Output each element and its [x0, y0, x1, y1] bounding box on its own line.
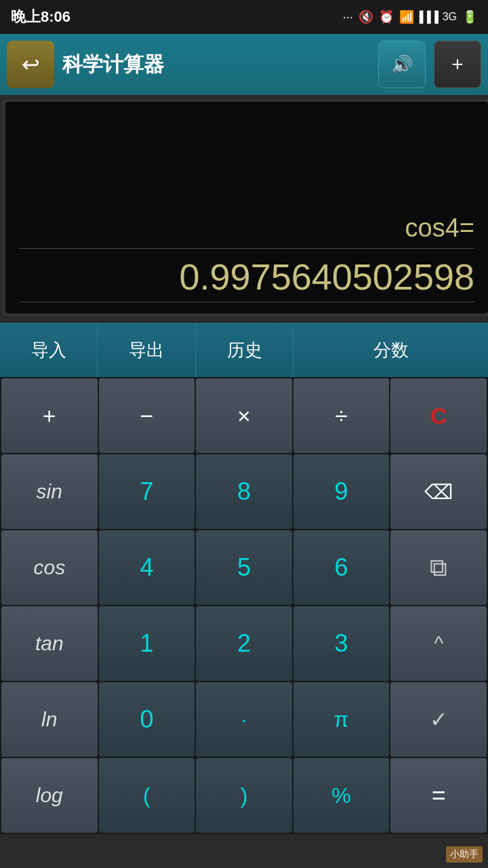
tan-button[interactable]: tan [1, 606, 98, 681]
watermark: 小助手 [446, 846, 483, 863]
sin-button[interactable]: sin [1, 454, 98, 529]
back-button[interactable]: ↩ [7, 41, 54, 88]
divide-operator[interactable]: ÷ [293, 378, 390, 453]
mute-icon: 🔇 [359, 9, 373, 24]
num-7[interactable]: 7 [99, 454, 195, 529]
import-button[interactable]: 导入 [0, 323, 98, 377]
close-paren-button[interactable]: ) [196, 758, 292, 833]
equals-button[interactable]: = [390, 758, 487, 833]
num-3[interactable]: 3 [293, 606, 390, 681]
confirm-button[interactable]: ✓ [390, 682, 487, 757]
num-4[interactable]: 4 [99, 530, 195, 605]
backspace-button[interactable]: ⌫ [390, 454, 487, 529]
history-button[interactable]: 历史 [196, 323, 293, 377]
pi-button[interactable]: π [293, 682, 390, 757]
sound-button[interactable]: 🔊 [378, 41, 426, 88]
power-button[interactable]: ^ [390, 606, 487, 681]
network-icon: ▌▌▌3G [420, 11, 457, 23]
num-8[interactable]: 8 [196, 454, 292, 529]
num-1[interactable]: 1 [99, 606, 195, 681]
clear-button[interactable]: C [390, 378, 487, 453]
copy-icon: ⧉ [430, 553, 447, 582]
multiply-operator[interactable]: × [196, 378, 292, 453]
back-icon: ↩ [22, 52, 40, 77]
fraction-button[interactable]: 分数 [293, 323, 488, 377]
status-time: 晚上8:06 [11, 7, 70, 27]
cos-button[interactable]: cos [1, 530, 98, 605]
sound-icon: 🔊 [391, 54, 413, 75]
button-grid: + − × ÷ C sin 7 8 9 ⌫ cos 4 5 6 ⧉ tan 1 … [0, 377, 488, 834]
num-2[interactable]: 2 [196, 606, 292, 681]
signal-icon: ··· [343, 10, 353, 24]
app-title: 科学计算器 [62, 51, 370, 79]
num-0[interactable]: 0 [99, 682, 195, 757]
top-function-row: 导入 导出 历史 分数 [0, 323, 488, 377]
display-result: 0.9975640502598 [19, 256, 474, 302]
open-paren-button[interactable]: ( [99, 758, 195, 833]
add-operator[interactable]: + [1, 378, 98, 453]
backspace-icon: ⌫ [424, 480, 453, 504]
num-6[interactable]: 6 [293, 530, 390, 605]
num-5[interactable]: 5 [196, 530, 292, 605]
decimal-button[interactable]: · [196, 682, 292, 757]
display-area: cos4= 0.9975640502598 [3, 99, 488, 316]
status-icons: ··· 🔇 ⏰ 📶 ▌▌▌3G 🔋 [343, 9, 477, 24]
copy-button[interactable]: ⧉ [390, 530, 487, 605]
plus-icon: + [451, 53, 464, 76]
battery-icon: 🔋 [462, 9, 477, 24]
wifi-icon: 📶 [399, 9, 414, 24]
log-button[interactable]: log [1, 758, 98, 833]
num-9[interactable]: 9 [293, 454, 390, 529]
alarm-icon: ⏰ [379, 9, 394, 24]
keyboard-area: 导入 导出 历史 分数 + − × ÷ C sin 7 8 9 ⌫ cos 4 … [0, 323, 488, 834]
export-button[interactable]: 导出 [98, 323, 195, 377]
display-expression: cos4= [19, 214, 474, 249]
app-header: ↩ 科学计算器 🔊 + [0, 34, 488, 95]
percent-button[interactable]: % [293, 758, 390, 833]
add-button[interactable]: + [434, 41, 481, 88]
ln-button[interactable]: ln [1, 682, 98, 757]
status-bar: 晚上8:06 ··· 🔇 ⏰ 📶 ▌▌▌3G 🔋 [0, 0, 488, 34]
subtract-operator[interactable]: − [99, 378, 195, 453]
